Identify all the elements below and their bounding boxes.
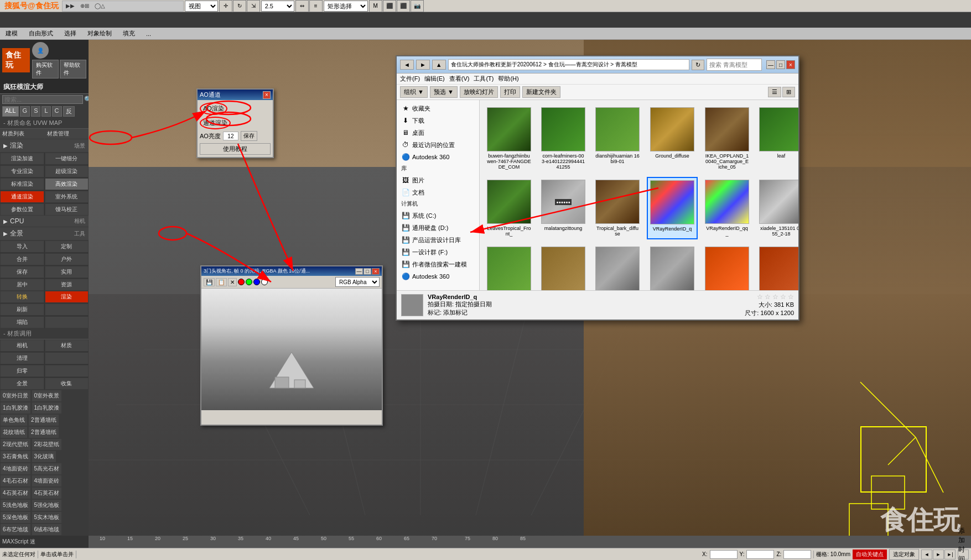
select-obj-btn[interactable]: 选定对象	[889, 549, 919, 560]
mat-1-white-latex[interactable]: 1白乳胶漆	[0, 402, 31, 414]
sidebar-render[interactable]: ▶ 渲染 场景	[0, 139, 89, 153]
fb-menu-file[interactable]: 文件(F)	[400, 75, 420, 83]
mat-3-glass[interactable]: 3化玻璃	[32, 451, 57, 463]
fb-item-14[interactable]: xiadele_tekstili3-BEMP	[593, 244, 642, 290]
collapse-btn[interactable]: 塌陷	[0, 316, 44, 328]
mat-0-outdoor-night[interactable]: 0室外夜景	[32, 390, 63, 402]
fb-star-4[interactable]: ☆	[780, 293, 786, 301]
fb-star-5[interactable]: ☆	[788, 293, 794, 301]
fb-item-2[interactable]: dianshijihuamian 16bi9-01	[593, 104, 642, 172]
z-input[interactable]	[783, 550, 811, 559]
fb-sidebar-d-drive[interactable]: 💾 通用硬盘 (D:)	[397, 222, 479, 234]
fb-menu-view[interactable]: 查看(V)	[449, 75, 470, 83]
move-btn[interactable]: ✛	[219, 0, 232, 12]
fb-sidebar-product-dir[interactable]: 💾 产品运营设计日库	[397, 234, 479, 246]
align-btn[interactable]: ≡	[309, 0, 323, 12]
rw-color-green[interactable]	[246, 279, 252, 285]
import-btn[interactable]: 导入	[0, 240, 44, 253]
fb-sidebar-f-drive[interactable]: 💾 一设计群 (F:)	[397, 246, 479, 258]
buy-software-btn[interactable]: 购买软件	[32, 60, 59, 78]
mat-4-quartz[interactable]: 4石英石材	[0, 487, 31, 499]
mat-2-modern-paper[interactable]: 2现代壁纸	[0, 438, 31, 451]
fb-back-btn[interactable]: ◄	[400, 60, 414, 70]
mat-4-quartz2[interactable]: 4石英石材	[32, 487, 63, 499]
mat-5-dark-floor[interactable]: 5深色地板	[0, 511, 31, 524]
x-input[interactable]	[710, 550, 738, 559]
fb-close-btn[interactable]: ×	[786, 60, 795, 69]
ao-save-btn[interactable]: 保存	[241, 131, 257, 141]
search-icon[interactable]: 🔍	[84, 96, 89, 103]
fb-menu-edit[interactable]: 编辑(E)	[424, 75, 445, 83]
search-input[interactable]	[2, 95, 83, 104]
fb-print-btn[interactable]: 打印	[500, 86, 520, 98]
mat-0-outdoor-day[interactable]: 0室外日景	[0, 390, 31, 402]
view-dropdown[interactable]: 视图	[185, 1, 218, 12]
nav-next-btn[interactable]: ►|	[944, 549, 956, 559]
fb-sidebar-autodesk2[interactable]: 🔵 Autodesk 360	[397, 270, 479, 282]
fb-sidebar-c-drive[interactable]: 💾 系统 (C:)	[397, 210, 479, 222]
nav-prev-btn[interactable]: ◄	[921, 549, 932, 559]
scale-btn[interactable]: ⇲	[247, 0, 260, 12]
fb-star-3[interactable]: ☆	[772, 293, 778, 301]
tab-reverse[interactable]: 反	[63, 106, 75, 117]
fb-item-4[interactable]: IKEA_OPPLAND_10040_Camargue_Eiche_05	[702, 104, 752, 172]
sub-tab-extra[interactable]: ...	[143, 30, 154, 38]
fb-item-11[interactable]: xiadele_135101 0555_2-18	[756, 177, 798, 239]
btn-cam[interactable]: 📷	[411, 0, 424, 12]
high-render-btn[interactable]: 高效渲染	[45, 178, 89, 190]
tab-all[interactable]: ALL	[2, 106, 19, 117]
render-active-btn[interactable]: 渲染	[45, 291, 89, 303]
mat-6-velvet-rug[interactable]: 6绒布地毯	[32, 524, 63, 536]
sub-tab-freeform[interactable]: 自由形式	[25, 29, 56, 38]
mat-5-solid-floor[interactable]: 5实木地板	[32, 511, 63, 524]
collect-btn[interactable]: 收集	[45, 378, 89, 390]
fb-preview-btn[interactable]: 预选 ▼	[430, 86, 458, 98]
fb-view-list-btn[interactable]: ☰	[768, 87, 781, 97]
fb-view-grid-btn[interactable]: ⊞	[782, 87, 795, 97]
btn-m1[interactable]: M	[369, 0, 382, 12]
mat-1-white-latex2[interactable]: 1白乳胶漆	[32, 402, 63, 414]
rw-copy-btn[interactable]: 📋	[216, 278, 227, 286]
fb-up-btn[interactable]: ▲	[432, 60, 446, 70]
rw-save-btn[interactable]: 💾	[204, 278, 215, 286]
sidebar-cpu[interactable]: ▶ CPU 相机	[0, 216, 89, 227]
save-btn[interactable]: 保存	[0, 266, 44, 278]
fb-item-17[interactable]: xiadele_зерно-специи_102	[756, 244, 798, 290]
rw-color-white[interactable]	[261, 279, 268, 285]
pro-render-btn[interactable]: 专业渲染	[0, 165, 44, 177]
bread-correct-btn[interactable]: 馒马校正	[45, 203, 89, 216]
merge-btn[interactable]: 合并	[0, 253, 44, 265]
rw-maximize-btn[interactable]: □	[364, 268, 371, 275]
tab-l[interactable]: L	[41, 106, 50, 117]
rw-color-blue[interactable]	[253, 279, 260, 285]
mat-cam-btn[interactable]: 相机	[0, 339, 44, 352]
fb-sidebar-wechat[interactable]: 💾 作者微信搜索一建模	[397, 258, 479, 270]
auto-key-btn[interactable]: 自动关键点	[853, 549, 887, 559]
sub-tab-paint[interactable]: 对象绘制	[84, 29, 115, 38]
mat-2-wallpaper[interactable]: 2普通墙纸	[28, 414, 59, 426]
tutorial-btn[interactable]: 使用教程	[200, 143, 271, 155]
mat-2-color-paper[interactable]: 2彩花壁纸	[32, 438, 63, 451]
mat-pattern-wall[interactable]: 花纹墙纸	[0, 426, 28, 438]
help-software-btn[interactable]: 帮助软件	[60, 60, 86, 78]
fb-item-5[interactable]: leaf	[756, 104, 798, 172]
fb-sidebar-pictures[interactable]: 🖼 图片	[397, 174, 479, 186]
onekey-detail-btn[interactable]: 一键细分	[45, 153, 89, 165]
mat-5-light-floor[interactable]: 5浅色地板	[0, 499, 31, 511]
mat-5-stone[interactable]: 5高光石材	[32, 463, 63, 475]
fb-item-1[interactable]: corn-leafminers-003-e140122299444141255	[538, 104, 588, 172]
fb-maximize-btn[interactable]: □	[776, 60, 785, 69]
mat-2-wallpaper2[interactable]: 2普通墙纸	[28, 426, 59, 438]
rw-close-btn[interactable]: ×	[372, 268, 380, 275]
fb-sidebar-recent[interactable]: ⏱ 最近访问的位置	[397, 139, 479, 151]
fb-path-bar[interactable]: 食住玩大师操作教程更新于20200612 > 食住玩——青蒿空间设计 > 青蒿模…	[448, 59, 689, 70]
outdoor-sys-btn[interactable]: 室外系统	[45, 191, 89, 203]
fb-new-folder-btn[interactable]: 新建文件夹	[522, 86, 560, 98]
btn-render1[interactable]: ⬛	[383, 0, 396, 12]
sub-tab-select[interactable]: 选择	[61, 29, 80, 38]
nav-play-btn[interactable]: ►	[933, 549, 944, 559]
accel-render-btn[interactable]: 渲染加速	[0, 153, 44, 165]
mat-5-strong-floor[interactable]: 5强化地板	[32, 499, 63, 511]
fb-sidebar-downloads[interactable]: ⬇ 下载	[397, 114, 479, 127]
fb-search-input[interactable]	[707, 59, 762, 71]
